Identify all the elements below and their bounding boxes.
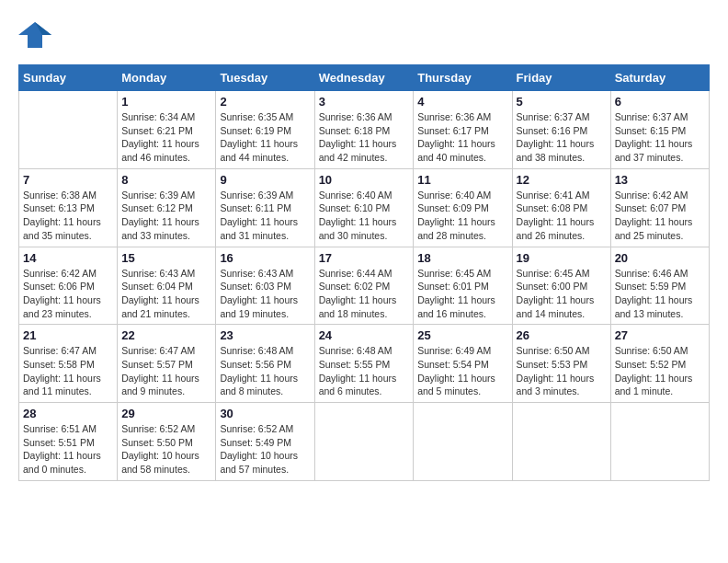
- day-number: 20: [615, 251, 705, 265]
- calendar-day-header: Friday: [512, 65, 610, 91]
- day-info: Sunrise: 6:42 AM Sunset: 6:07 PM Dayligh…: [615, 189, 705, 243]
- day-number: 16: [220, 251, 310, 265]
- calendar-cell: 17Sunrise: 6:44 AM Sunset: 6:02 PM Dayli…: [314, 247, 414, 325]
- day-number: 17: [319, 251, 410, 265]
- day-number: 13: [615, 173, 705, 187]
- day-info: Sunrise: 6:48 AM Sunset: 5:56 PM Dayligh…: [220, 344, 310, 398]
- day-number: 3: [319, 95, 410, 109]
- day-info: Sunrise: 6:40 AM Sunset: 6:09 PM Dayligh…: [417, 189, 507, 243]
- day-number: 25: [417, 328, 507, 342]
- calendar-cell: 10Sunrise: 6:40 AM Sunset: 6:10 PM Dayli…: [314, 168, 414, 247]
- day-info: Sunrise: 6:38 AM Sunset: 6:13 PM Dayligh…: [23, 189, 113, 243]
- day-number: 1: [121, 95, 211, 109]
- day-number: 26: [517, 328, 607, 342]
- day-number: 14: [23, 251, 113, 265]
- calendar-cell: 2Sunrise: 6:35 AM Sunset: 6:19 PM Daylig…: [216, 91, 314, 169]
- day-info: Sunrise: 6:50 AM Sunset: 5:53 PM Dayligh…: [517, 344, 607, 398]
- day-info: Sunrise: 6:50 AM Sunset: 5:52 PM Dayligh…: [615, 344, 705, 398]
- calendar-cell: 30Sunrise: 6:52 AM Sunset: 5:49 PM Dayli…: [216, 403, 314, 481]
- day-info: Sunrise: 6:47 AM Sunset: 5:58 PM Dayligh…: [23, 344, 113, 398]
- day-number: 2: [220, 95, 310, 109]
- day-number: 30: [220, 407, 310, 420]
- day-info: Sunrise: 6:52 AM Sunset: 5:49 PM Dayligh…: [220, 422, 310, 477]
- day-number: 22: [121, 328, 211, 342]
- calendar-cell: 1Sunrise: 6:34 AM Sunset: 6:21 PM Daylig…: [118, 91, 216, 169]
- calendar-cell: [610, 403, 709, 481]
- calendar-week-row: 7Sunrise: 6:38 AM Sunset: 6:13 PM Daylig…: [19, 168, 710, 247]
- calendar-cell: 9Sunrise: 6:39 AM Sunset: 6:11 PM Daylig…: [216, 168, 314, 247]
- day-number: 24: [319, 328, 410, 342]
- calendar-day-header: Thursday: [414, 65, 512, 91]
- calendar-week-row: 1Sunrise: 6:34 AM Sunset: 6:21 PM Daylig…: [19, 91, 710, 169]
- day-number: 29: [121, 407, 211, 420]
- day-number: 27: [615, 328, 705, 342]
- day-info: Sunrise: 6:34 AM Sunset: 6:21 PM Dayligh…: [121, 110, 211, 165]
- day-number: 12: [517, 173, 607, 187]
- calendar-cell: 15Sunrise: 6:43 AM Sunset: 6:04 PM Dayli…: [118, 247, 216, 325]
- calendar-cell: 4Sunrise: 6:36 AM Sunset: 6:17 PM Daylig…: [414, 91, 512, 169]
- calendar-cell: 24Sunrise: 6:48 AM Sunset: 5:55 PM Dayli…: [314, 325, 414, 403]
- day-number: 23: [220, 328, 310, 342]
- calendar-week-row: 14Sunrise: 6:42 AM Sunset: 6:06 PM Dayli…: [19, 247, 710, 325]
- calendar-week-row: 21Sunrise: 6:47 AM Sunset: 5:58 PM Dayli…: [19, 325, 710, 403]
- calendar-cell: [414, 403, 512, 481]
- calendar-cell: 27Sunrise: 6:50 AM Sunset: 5:52 PM Dayli…: [610, 325, 709, 403]
- calendar-cell: 25Sunrise: 6:49 AM Sunset: 5:54 PM Dayli…: [414, 325, 512, 403]
- calendar-cell: [512, 403, 610, 481]
- calendar-cell: 16Sunrise: 6:43 AM Sunset: 6:03 PM Dayli…: [216, 247, 314, 325]
- calendar-day-header: Tuesday: [216, 65, 314, 91]
- calendar-cell: 8Sunrise: 6:39 AM Sunset: 6:12 PM Daylig…: [118, 168, 216, 247]
- calendar-table: SundayMondayTuesdayWednesdayThursdayFrid…: [18, 64, 710, 481]
- calendar-cell: 3Sunrise: 6:36 AM Sunset: 6:18 PM Daylig…: [314, 91, 414, 169]
- day-number: 6: [615, 95, 705, 109]
- day-info: Sunrise: 6:49 AM Sunset: 5:54 PM Dayligh…: [417, 344, 507, 398]
- logo-bird-icon: [18, 18, 51, 55]
- calendar-cell: 28Sunrise: 6:51 AM Sunset: 5:51 PM Dayli…: [19, 403, 118, 481]
- calendar-header-row: SundayMondayTuesdayWednesdayThursdayFrid…: [19, 65, 710, 91]
- calendar-cell: 18Sunrise: 6:45 AM Sunset: 6:01 PM Dayli…: [414, 247, 512, 325]
- day-info: Sunrise: 6:52 AM Sunset: 5:50 PM Dayligh…: [121, 422, 211, 477]
- day-info: Sunrise: 6:43 AM Sunset: 6:03 PM Dayligh…: [220, 267, 310, 321]
- calendar-cell: 13Sunrise: 6:42 AM Sunset: 6:07 PM Dayli…: [610, 168, 709, 247]
- day-number: 15: [121, 251, 211, 265]
- day-number: 28: [23, 407, 113, 420]
- day-info: Sunrise: 6:36 AM Sunset: 6:18 PM Dayligh…: [319, 110, 410, 165]
- calendar-cell: 12Sunrise: 6:41 AM Sunset: 6:08 PM Dayli…: [512, 168, 610, 247]
- calendar-cell: 29Sunrise: 6:52 AM Sunset: 5:50 PM Dayli…: [118, 403, 216, 481]
- calendar-cell: 14Sunrise: 6:42 AM Sunset: 6:06 PM Dayli…: [19, 247, 118, 325]
- day-number: 10: [319, 173, 410, 187]
- calendar-cell: [19, 91, 118, 169]
- calendar-cell: 5Sunrise: 6:37 AM Sunset: 6:16 PM Daylig…: [512, 91, 610, 169]
- calendar-week-row: 28Sunrise: 6:51 AM Sunset: 5:51 PM Dayli…: [19, 403, 710, 481]
- day-info: Sunrise: 6:42 AM Sunset: 6:06 PM Dayligh…: [23, 267, 113, 321]
- calendar-cell: 23Sunrise: 6:48 AM Sunset: 5:56 PM Dayli…: [216, 325, 314, 403]
- logo: [18, 18, 57, 55]
- calendar-cell: [314, 403, 414, 481]
- calendar-cell: 26Sunrise: 6:50 AM Sunset: 5:53 PM Dayli…: [512, 325, 610, 403]
- day-info: Sunrise: 6:35 AM Sunset: 6:19 PM Dayligh…: [220, 110, 310, 165]
- calendar-cell: 6Sunrise: 6:37 AM Sunset: 6:15 PM Daylig…: [610, 91, 709, 169]
- day-info: Sunrise: 6:41 AM Sunset: 6:08 PM Dayligh…: [517, 189, 607, 243]
- calendar-day-header: Wednesday: [314, 65, 414, 91]
- day-number: 7: [23, 173, 113, 187]
- day-number: 18: [417, 251, 507, 265]
- day-info: Sunrise: 6:39 AM Sunset: 6:11 PM Dayligh…: [220, 189, 310, 243]
- day-info: Sunrise: 6:43 AM Sunset: 6:04 PM Dayligh…: [121, 267, 211, 321]
- calendar-cell: 22Sunrise: 6:47 AM Sunset: 5:57 PM Dayli…: [118, 325, 216, 403]
- day-number: 19: [517, 251, 607, 265]
- page-header: [18, 18, 710, 55]
- calendar-cell: 20Sunrise: 6:46 AM Sunset: 5:59 PM Dayli…: [610, 247, 709, 325]
- calendar-cell: 7Sunrise: 6:38 AM Sunset: 6:13 PM Daylig…: [19, 168, 118, 247]
- calendar-cell: 21Sunrise: 6:47 AM Sunset: 5:58 PM Dayli…: [19, 325, 118, 403]
- calendar-cell: 11Sunrise: 6:40 AM Sunset: 6:09 PM Dayli…: [414, 168, 512, 247]
- day-number: 8: [121, 173, 211, 187]
- day-info: Sunrise: 6:36 AM Sunset: 6:17 PM Dayligh…: [417, 110, 507, 165]
- day-number: 11: [417, 173, 507, 187]
- day-number: 5: [517, 95, 607, 109]
- day-number: 21: [23, 328, 113, 342]
- day-info: Sunrise: 6:40 AM Sunset: 6:10 PM Dayligh…: [319, 189, 410, 243]
- day-number: 9: [220, 173, 310, 187]
- calendar-cell: 19Sunrise: 6:45 AM Sunset: 6:00 PM Dayli…: [512, 247, 610, 325]
- day-info: Sunrise: 6:46 AM Sunset: 5:59 PM Dayligh…: [615, 267, 705, 321]
- day-info: Sunrise: 6:44 AM Sunset: 6:02 PM Dayligh…: [319, 267, 410, 321]
